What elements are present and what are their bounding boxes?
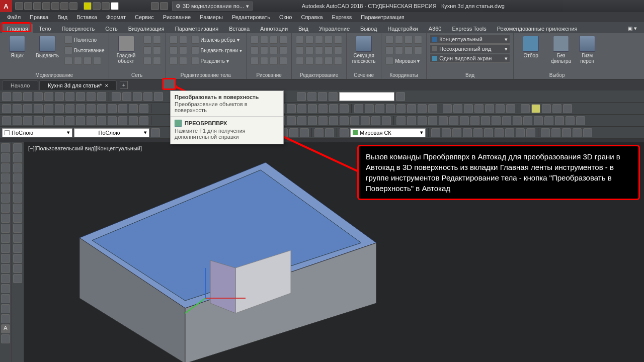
stretch-icon[interactable] bbox=[305, 57, 313, 65]
erase-icon[interactable] bbox=[325, 36, 333, 44]
tab-addins[interactable]: Надстройки bbox=[382, 24, 423, 33]
menu-tools[interactable]: Сервис bbox=[131, 13, 158, 21]
menu-format[interactable]: Формат bbox=[102, 13, 130, 21]
tb2-14[interactable] bbox=[139, 104, 148, 113]
mesh-i2[interactable] bbox=[153, 36, 161, 44]
tb4-16[interactable] bbox=[495, 128, 504, 137]
ucs-i4[interactable] bbox=[414, 36, 422, 44]
tb4-21[interactable] bbox=[551, 128, 560, 137]
l1-xline-icon[interactable] bbox=[1, 153, 10, 162]
tb2-8[interactable] bbox=[76, 104, 85, 113]
l1-ellipse-icon[interactable] bbox=[1, 234, 10, 243]
tb4-18[interactable] bbox=[516, 128, 525, 137]
tb1-10[interactable] bbox=[97, 92, 106, 101]
union-icon[interactable] bbox=[93, 57, 101, 65]
tb3-40[interactable] bbox=[492, 116, 501, 125]
tb1-4[interactable] bbox=[34, 92, 43, 101]
menu-view[interactable]: Вид bbox=[53, 13, 71, 21]
tb2-23[interactable] bbox=[308, 104, 317, 113]
polysolid-button[interactable]: Политело bbox=[63, 35, 106, 45]
mirror-icon[interactable] bbox=[296, 46, 304, 54]
l1-table-icon[interactable] bbox=[1, 314, 10, 323]
tb1-22[interactable] bbox=[318, 92, 327, 101]
fillet-icon[interactable] bbox=[305, 46, 313, 54]
tab-annotate[interactable]: Аннотации bbox=[255, 24, 293, 33]
menu-param[interactable]: Параметризация bbox=[357, 13, 408, 21]
viewport-label[interactable]: [−][Пользовательский вид][Концептуальный… bbox=[28, 145, 142, 151]
tab-manage[interactable]: Управление bbox=[314, 24, 355, 33]
spline-icon[interactable] bbox=[279, 46, 287, 54]
se-i6[interactable] bbox=[179, 57, 187, 65]
tb3-36[interactable] bbox=[449, 116, 458, 125]
se-i1[interactable] bbox=[170, 36, 178, 44]
tb1-21[interactable] bbox=[307, 92, 316, 101]
tb2-33[interactable] bbox=[418, 104, 427, 113]
tb2-25[interactable] bbox=[329, 104, 338, 113]
redo-icon[interactable] bbox=[69, 2, 77, 10]
point-icon[interactable] bbox=[260, 57, 268, 65]
se-i3[interactable] bbox=[170, 46, 178, 54]
tb3-48[interactable] bbox=[576, 116, 585, 125]
tb4-22[interactable] bbox=[562, 128, 571, 137]
region-icon[interactable] bbox=[270, 57, 278, 65]
tb3-37[interactable] bbox=[460, 116, 469, 125]
tb1-24[interactable] bbox=[396, 92, 405, 101]
tb4-13[interactable] bbox=[463, 128, 472, 137]
tb1-20[interactable] bbox=[297, 92, 306, 101]
tb4-12[interactable] bbox=[452, 128, 461, 137]
tb3-27[interactable] bbox=[350, 116, 359, 125]
l2-pyramid-icon[interactable] bbox=[13, 204, 22, 213]
tb2-44[interactable] bbox=[542, 104, 551, 113]
tb3-1[interactable] bbox=[2, 116, 11, 125]
l1-arc-icon[interactable] bbox=[1, 194, 10, 203]
loft-icon[interactable] bbox=[84, 57, 92, 65]
linetype-dropdown[interactable] bbox=[339, 92, 394, 101]
smooth-button[interactable]: Гладкий объект bbox=[112, 35, 140, 65]
tb1-1[interactable] bbox=[2, 92, 11, 101]
menu-help[interactable]: Справка bbox=[297, 13, 327, 21]
tb3-45[interactable] bbox=[544, 116, 553, 125]
tb3-44[interactable] bbox=[534, 116, 543, 125]
tab-featured[interactable]: Рекомендованные приложения bbox=[492, 24, 583, 33]
tb3-34[interactable] bbox=[428, 116, 437, 125]
tb3-23[interactable] bbox=[308, 116, 317, 125]
saveas-icon[interactable] bbox=[42, 2, 50, 10]
tb2-28[interactable] bbox=[365, 104, 374, 113]
filter-button[interactable]: Отбор bbox=[517, 35, 545, 59]
l1-region-icon[interactable] bbox=[1, 304, 10, 313]
tb3-25[interactable] bbox=[329, 116, 338, 125]
tb2-2[interactable] bbox=[13, 104, 22, 113]
tb3-9[interactable] bbox=[87, 116, 96, 125]
tb4-5[interactable] bbox=[314, 128, 324, 137]
tb4-24[interactable] bbox=[583, 128, 592, 137]
tb3-13[interactable] bbox=[129, 116, 138, 125]
search-icon[interactable] bbox=[151, 2, 159, 10]
mesh-i4[interactable] bbox=[153, 46, 161, 54]
ucs-i7[interactable] bbox=[405, 46, 413, 54]
tb2-34[interactable] bbox=[428, 104, 437, 113]
tb3-4[interactable] bbox=[34, 116, 43, 125]
plot-icon[interactable] bbox=[51, 2, 59, 10]
new-icon[interactable] bbox=[15, 2, 23, 10]
separate-button[interactable]: Разделить ▾ bbox=[190, 56, 244, 66]
tb3-30[interactable] bbox=[382, 116, 391, 125]
tb3-6[interactable] bbox=[55, 116, 64, 125]
l1-pline-icon[interactable] bbox=[1, 163, 10, 172]
tb2-13[interactable] bbox=[129, 104, 138, 113]
tb4-10[interactable] bbox=[431, 128, 440, 137]
extrude-button[interactable]: Выдавить bbox=[33, 35, 61, 59]
ellipse-icon[interactable] bbox=[270, 46, 278, 54]
tb3-46[interactable] bbox=[555, 116, 564, 125]
tb2-24[interactable] bbox=[318, 104, 328, 113]
extrude-faces-button[interactable]: Выдавить грани ▾ bbox=[190, 45, 244, 55]
tab-start[interactable]: Начало bbox=[2, 80, 38, 90]
box-button[interactable]: Ящик bbox=[3, 35, 31, 59]
mesh-i5[interactable] bbox=[143, 57, 151, 65]
swatch-icon[interactable] bbox=[111, 2, 119, 10]
l1-20[interactable] bbox=[1, 334, 10, 343]
tb2-9[interactable] bbox=[87, 104, 96, 113]
workspace-selector[interactable]: ⚙ 3D моделирование по... ▾ bbox=[172, 2, 253, 11]
tb2-37[interactable] bbox=[464, 104, 473, 113]
menu-modify[interactable]: Редактировать bbox=[228, 13, 274, 21]
break-icon[interactable] bbox=[334, 57, 342, 65]
